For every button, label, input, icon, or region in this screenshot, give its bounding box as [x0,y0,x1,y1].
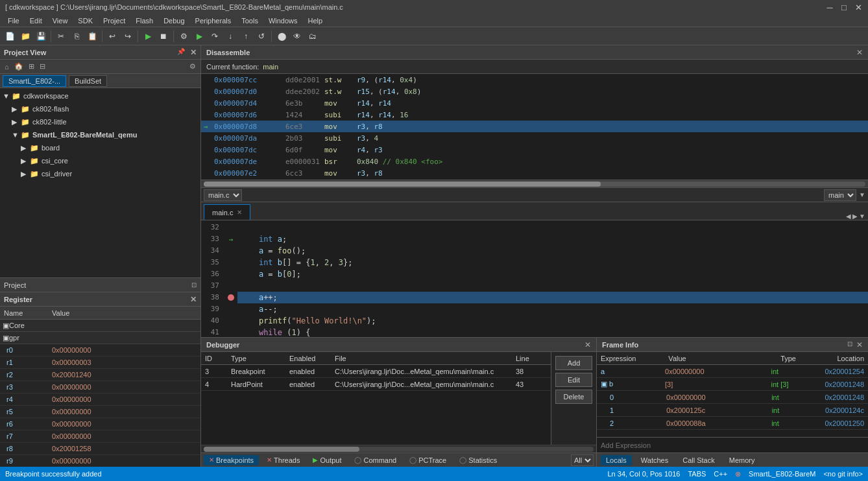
tree-item-ck802-flash[interactable]: ▶ 📁 ck802-flash [0,102,200,115]
tree-item-ck802-little[interactable]: ▶ 📁 ck802-little [0,115,200,128]
debugger-row-4[interactable]: 4 HardPoint enabled C:\Users\jirang.ljr\… [201,378,551,391]
frame-resize-btn[interactable]: ⊡ [847,340,852,349]
toolbar-step-over[interactable]: ↷ [208,29,222,43]
breakpoint-38[interactable] [228,294,234,301]
reg-row-r9[interactable]: r9 0x00000000 [0,455,200,467]
disasm-close-btn[interactable]: ✕ [856,48,863,57]
debugger-edit-btn[interactable]: Edit [555,373,592,387]
proj-toolbar-collapse[interactable]: ⊟ [38,62,47,71]
reg-row-r3[interactable]: r3 0x00000000 [0,381,200,393]
debugger-tab-threads[interactable]: ✕ Threads [261,455,305,465]
disasm-row-8[interactable]: 0x000007de e0000031 bsr 0x840 // 0x840 <… [201,156,868,167]
editor-collapse-btn[interactable]: ▼ [859,191,865,198]
menu-peripherals[interactable]: Peripherals [190,16,237,25]
toolbar-paste[interactable]: 📋 [85,29,99,43]
frame-tab-callstack[interactable]: Call Stack [677,455,720,465]
minimize-button[interactable]: ─ [825,3,834,12]
toolbar-save[interactable]: 💾 [34,29,48,43]
reg-group-gpr[interactable]: ▣ gpr [0,332,200,344]
proj-toolbar-settings[interactable]: ⚙ [187,62,198,71]
disasm-row-7[interactable]: 0x000007dc 6d0f mov r4, r3 [201,144,868,156]
disasm-row-6[interactable]: 0x000007da 2b03 subi r3, 4 [201,132,868,144]
code-lines[interactable]: int a; a = foo(); int b[] = {1, 2, 3}; a… [237,220,868,337]
debugger-tab-command[interactable]: ◯ Command [349,455,402,465]
reg-row-r5[interactable]: r5 0x00000000 [0,406,200,418]
toolbar-restart[interactable]: ↺ [254,29,269,43]
toolbar-watch[interactable]: 👁 [290,29,304,43]
reg-row-r1[interactable]: r1 0x00000003 [0,357,200,369]
project-resize-btn[interactable]: ⊡ [191,281,197,288]
disasm-scrollbar-thumb[interactable] [204,182,601,187]
menu-edit[interactable]: Edit [25,16,47,25]
disasm-row-3[interactable]: 0x000007d4 6e3b mov r14, r14 [201,97,868,109]
toolbar-step-out[interactable]: ↑ [239,29,253,43]
toolbar-mem[interactable]: 🗂 [306,29,320,43]
reg-row-r7[interactable]: r7 0x00000000 [0,430,200,443]
register-close-btn[interactable]: ✕ [190,295,197,304]
frame-row-b0[interactable]: 0 0x00000000 int 0x20001248 [597,391,868,404]
frame-tab-locals[interactable]: Locals [601,455,632,465]
toolbar-step-into[interactable]: ↓ [223,29,237,43]
proj-toolbar-refresh[interactable]: 🏠 [12,62,25,71]
menu-help[interactable]: Help [303,16,328,25]
frame-tab-memory[interactable]: Memory [724,455,760,465]
project-tab-label[interactable]: Project [4,281,26,289]
reg-row-r4[interactable]: r4 0x00000000 [0,393,200,406]
menu-windows[interactable]: Windows [263,16,303,25]
reg-row-r8[interactable]: r8 0x20001258 [0,443,200,455]
maximize-button[interactable]: □ [839,3,849,12]
frame-tab-watches[interactable]: Watches [636,455,673,465]
menu-debug[interactable]: Debug [158,16,189,25]
project-tab-buildset[interactable]: BuildSet [69,75,107,87]
toolbar-redo[interactable]: ↪ [121,29,135,43]
menu-sdk[interactable]: SDK [73,16,98,25]
toolbar-cut[interactable]: ✂ [54,29,68,43]
disasm-row-9[interactable]: 0x000007e2 6cc3 mov r3, r8 [201,167,868,179]
toolbar-debug-start[interactable]: ⚙ [176,29,191,43]
debugger-dropdown[interactable]: All [571,454,594,466]
editor-tab-dropdown[interactable]: ▼ [859,213,865,220]
toolbar-run[interactable]: ▶ [192,29,206,43]
menu-tools[interactable]: Tools [236,16,263,25]
menu-file[interactable]: File [3,16,25,25]
disasm-row-5[interactable]: ⇒ 0x000007d8 6ce3 mov r3, r8 [201,121,868,132]
menu-project[interactable]: Project [98,16,130,25]
project-tab-smartl[interactable]: SmartL_E802-... [3,75,66,87]
debugger-row-3[interactable]: 3 Breakpoint enabled C:\Users\jirang.ljr… [201,365,551,378]
toolbar-breakpoint[interactable]: ⬤ [274,29,289,43]
frame-row-b2[interactable]: 2 0x0000088a int 0x20001250 [597,417,868,430]
debugger-hscroll-thumb[interactable] [204,447,359,452]
tree-item-smartl[interactable]: ▼ 📁 SmartL_E802-BareMetal_qemu [0,128,200,141]
toolbar-stop[interactable]: ⏹ [156,29,171,43]
reg-row-r0[interactable]: r0 0x00000000 [0,344,200,357]
tree-item-csi-driver[interactable]: ▶ 📁 csi_driver [0,167,200,180]
add-expression-input[interactable] [597,438,868,452]
editor-scroll-right[interactable]: ▶ [852,213,858,220]
editor-dropdown-left[interactable]: main.c [204,189,242,201]
editor-dropdown-right[interactable]: main [824,189,856,201]
debugger-tab-pctrace[interactable]: ◯ PCTrace [404,455,452,465]
proj-toolbar-expand[interactable]: ⊞ [27,62,36,71]
proj-toolbar-home[interactable]: ⌂ [3,63,11,71]
debugger-tab-statistics[interactable]: ◯ Statistics [454,455,502,465]
gutter-38[interactable] [224,292,237,303]
frame-close-btn[interactable]: ✕ [856,340,863,349]
editor-scroll-left[interactable]: ◀ [846,213,851,220]
tree-item-csi-core[interactable]: ▶ 📁 csi_core [0,154,200,167]
debugger-tab-output[interactable]: ▶ Output [307,455,346,465]
toolbar-new[interactable]: 📄 [3,29,17,43]
tree-item-cdkworkspace[interactable]: ▼ 📁 cdkworkspace [0,89,200,102]
disasm-scrollbar[interactable] [204,182,865,187]
project-pin-btn[interactable]: 📌 [176,48,186,57]
reg-group-core[interactable]: ▣ Core [0,320,200,332]
disasm-row-1[interactable]: 0x000007cc dd0e2001 st.w r9, (r14, 0x4) [201,74,868,86]
debugger-delete-btn[interactable]: Delete [555,390,592,404]
tree-item-board[interactable]: ▶ 📁 board [0,141,200,154]
close-button[interactable]: ✕ [854,3,863,12]
debugger-tab-breakpoints[interactable]: ✕ Breakpoints [204,455,259,465]
editor-tab-mainc[interactable]: main.c ✕ [204,204,250,220]
debugger-close-btn[interactable]: ✕ [585,340,591,349]
reg-row-r6[interactable]: r6 0x00000000 [0,418,200,430]
menu-flash[interactable]: Flash [130,16,158,25]
debugger-hscroll[interactable] [204,447,594,452]
